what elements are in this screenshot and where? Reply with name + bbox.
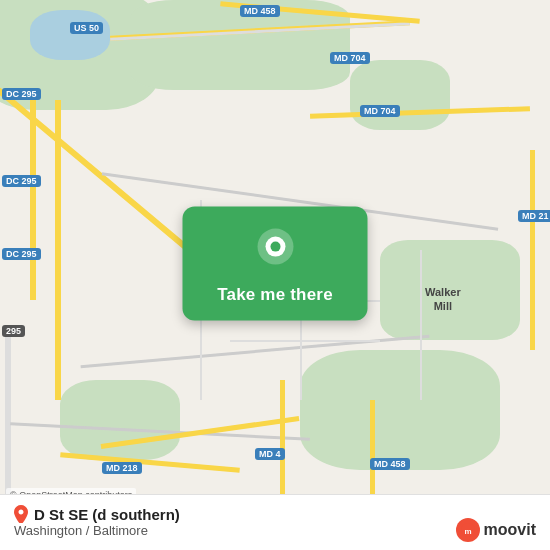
road-h5: [230, 340, 380, 342]
road-dc295-vert: [55, 100, 61, 400]
center-card: Take me there: [183, 207, 368, 321]
label-md704-right: MD 704: [360, 105, 400, 117]
svg-point-2: [270, 242, 280, 252]
svg-text:m: m: [464, 527, 471, 536]
road-dc295-vert2: [30, 100, 36, 300]
park-area-bottom: [300, 350, 500, 470]
label-md458-top: MD 458: [240, 5, 280, 17]
water-area: [30, 10, 110, 60]
bottom-bar: D St SE (d southern) Washington / Baltim…: [0, 494, 550, 550]
moovit-m-icon: m: [461, 523, 475, 537]
label-md458-bot: MD 458: [370, 458, 410, 470]
moovit-wordmark: moovit: [484, 521, 536, 539]
label-md4: MD 4: [255, 448, 285, 460]
road-v3: [420, 250, 422, 400]
moovit-logo: m moovit: [456, 518, 536, 542]
place-walker-mill: WalkerMill: [425, 285, 461, 314]
label-us50: US 50: [70, 22, 103, 34]
label-md218: MD 218: [102, 462, 142, 474]
label-md704-top: MD 704: [330, 52, 370, 64]
pin-small-icon: [14, 505, 28, 523]
label-dc295-low: DC 295: [2, 248, 41, 260]
map-container: US 50 MD 458 MD 704 MD 704 DC 295 DC 295…: [0, 0, 550, 550]
location-subtitle: Washington / Baltimore: [14, 523, 180, 538]
road-md21: [530, 150, 535, 350]
park-area-right: [350, 60, 450, 130]
park-area-bottomleft: [60, 380, 180, 460]
location-pin-icon: [251, 227, 299, 275]
moovit-icon: m: [456, 518, 480, 542]
location-title: D St SE (d southern): [14, 505, 180, 523]
take-me-there-button[interactable]: Take me there: [217, 285, 333, 305]
label-295: 295: [2, 325, 25, 337]
label-dc295-left: DC 295: [2, 88, 41, 100]
label-dc295-mid: DC 295: [2, 175, 41, 187]
destination-card: Take me there: [183, 207, 368, 321]
label-md21: MD 21: [518, 210, 550, 222]
